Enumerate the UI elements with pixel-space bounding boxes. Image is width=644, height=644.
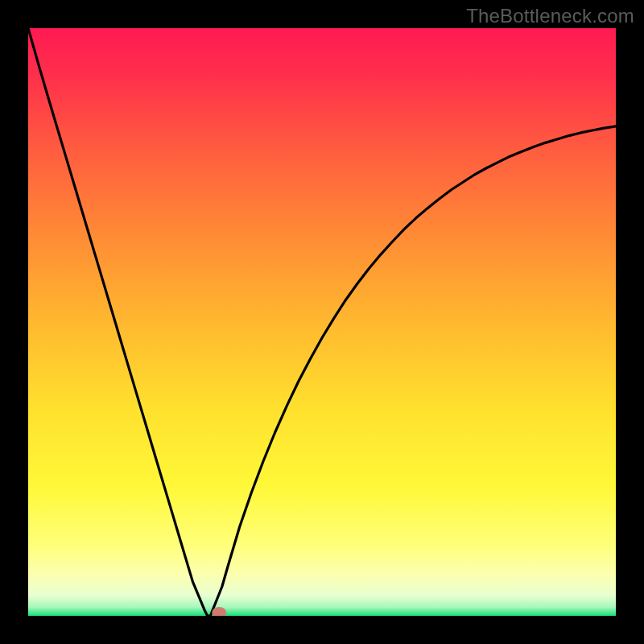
chart-svg: [28, 28, 616, 616]
watermark-text: TheBottleneck.com: [466, 5, 634, 27]
chart-frame: TheBottleneck.com: [0, 0, 644, 644]
plot-area: [28, 28, 616, 616]
